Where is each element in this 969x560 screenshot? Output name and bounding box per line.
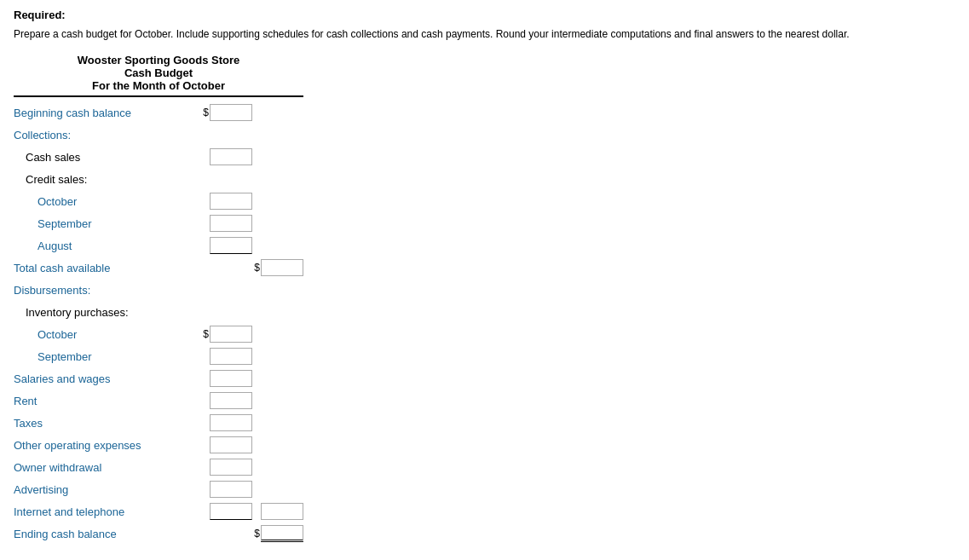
label-internet-telephone: Internet and telephone (14, 505, 184, 518)
row-august-credit: August (14, 235, 303, 256)
input-total-cash-available[interactable] (261, 259, 303, 276)
label-october-inv: October (14, 328, 184, 341)
row-september-credit: September (14, 213, 303, 234)
input-group-ending-cash: $ (252, 525, 303, 542)
input-group-october-inv: $ (184, 326, 252, 343)
input-september-inv[interactable] (210, 348, 252, 365)
input-rent[interactable] (210, 392, 252, 409)
company-name: Wooster Sporting Goods Store (14, 54, 303, 66)
row-ending-cash-balance: Ending cash balance $ (14, 523, 303, 544)
row-advertising: Advertising (14, 479, 303, 499)
label-advertising: Advertising (14, 483, 184, 496)
input-group-owner-withdrawal (184, 459, 252, 476)
required-label: Required: (14, 9, 955, 21)
dollar-sign-total: $ (254, 262, 260, 274)
input-group-other-operating (184, 436, 252, 453)
input-internet-telephone-total[interactable] (261, 503, 303, 520)
input-group-internet (184, 503, 252, 520)
input-salaries-wages[interactable] (210, 370, 252, 387)
label-collections: Collections: (14, 129, 303, 141)
input-group-total-cash: $ (252, 259, 303, 276)
input-cash-sales[interactable] (210, 148, 252, 165)
row-other-operating: Other operating expenses (14, 435, 303, 455)
input-august-credit[interactable] (210, 237, 252, 254)
row-total-cash-available: Total cash available $ (14, 257, 303, 278)
row-owner-withdrawal: Owner withdrawal (14, 457, 303, 477)
input-september-credit[interactable] (210, 215, 252, 232)
row-october-inv: October $ (14, 324, 303, 344)
row-october-credit: October (14, 191, 303, 211)
row-beginning-cash-balance: Beginning cash balance $ (14, 102, 303, 123)
row-collections: Collections: (14, 124, 303, 145)
row-september-inv: September (14, 346, 303, 367)
label-disbursements: Disbursements: (14, 284, 303, 297)
label-salaries-wages: Salaries and wages (14, 372, 184, 385)
label-september-inv: September (14, 350, 184, 363)
label-other-operating: Other operating expenses (14, 439, 184, 452)
input-internet-telephone[interactable] (210, 503, 252, 520)
row-disbursements: Disbursements: (14, 280, 303, 300)
label-ending-cash-balance: Ending cash balance (14, 528, 184, 540)
row-rent: Rent (14, 390, 303, 411)
input-group-cash-sales (184, 148, 252, 165)
label-october-credit: October (14, 195, 184, 208)
row-salaries-wages: Salaries and wages (14, 368, 303, 389)
input-group-october-credit (184, 193, 252, 210)
label-inventory-purchases: Inventory purchases: (14, 306, 303, 319)
dollar-sign-beginning: $ (203, 107, 209, 118)
input-group-september-credit (184, 215, 252, 232)
input-group-taxes (184, 414, 252, 431)
input-group-rent (184, 392, 252, 409)
label-owner-withdrawal: Owner withdrawal (14, 461, 184, 474)
label-august-credit: August (14, 240, 184, 252)
input-group-beginning: $ (184, 104, 252, 121)
input-taxes[interactable] (210, 414, 252, 431)
input-group-september-inv (184, 348, 252, 365)
row-taxes: Taxes (14, 413, 303, 433)
label-beginning-cash-balance: Beginning cash balance (14, 107, 184, 119)
input-beginning-cash-balance[interactable] (210, 104, 252, 121)
row-inventory-purchases: Inventory purchases: (14, 302, 303, 322)
instruction: Prepare a cash budget for October. Inclu… (14, 26, 955, 42)
input-group-internet-col2 (252, 503, 303, 520)
input-group-august-credit (184, 237, 252, 254)
input-other-operating[interactable] (210, 436, 252, 453)
form-header: Wooster Sporting Goods Store Cash Budget… (14, 54, 303, 97)
dollar-sign-ending: $ (254, 528, 260, 540)
row-credit-sales: Credit sales: (14, 169, 303, 189)
label-credit-sales: Credit sales: (14, 173, 303, 186)
input-ending-cash-balance[interactable] (261, 525, 303, 542)
dollar-sign-oct-inv: $ (203, 328, 209, 340)
label-rent: Rent (14, 395, 184, 407)
row-internet-telephone: Internet and telephone (14, 501, 303, 522)
input-group-advertising (184, 481, 252, 498)
input-advertising[interactable] (210, 481, 252, 498)
input-october-inv[interactable] (210, 326, 252, 343)
input-owner-withdrawal[interactable] (210, 459, 252, 476)
budget-title: Cash Budget (14, 66, 303, 79)
label-total-cash-available: Total cash available (14, 262, 184, 274)
input-group-salaries (184, 370, 252, 387)
label-taxes: Taxes (14, 417, 184, 430)
label-september-credit: September (14, 217, 184, 230)
input-october-credit[interactable] (210, 193, 252, 210)
month-title: For the Month of October (14, 79, 303, 97)
label-cash-sales: Cash sales (14, 151, 184, 164)
form-container: Wooster Sporting Goods Store Cash Budget… (14, 54, 303, 544)
row-cash-sales: Cash sales (14, 147, 303, 167)
